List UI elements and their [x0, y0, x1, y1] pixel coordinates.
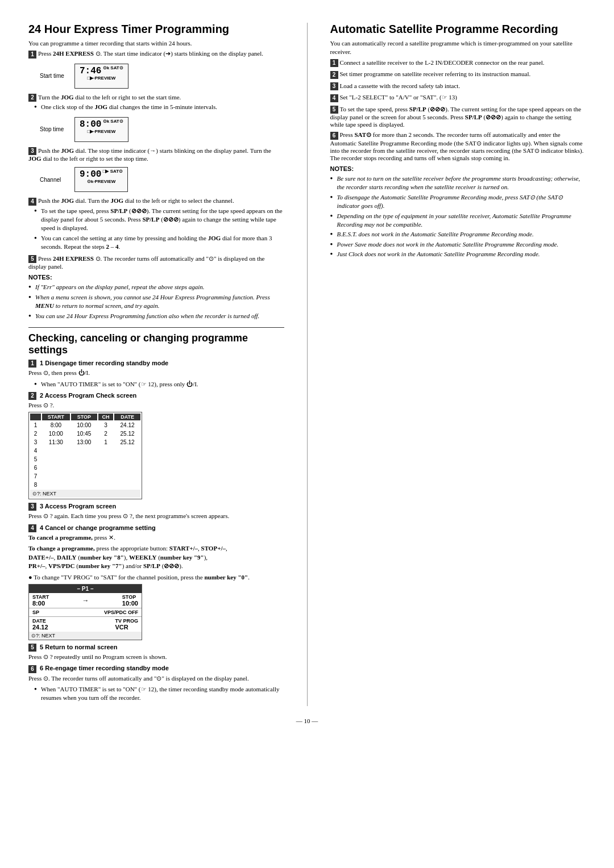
- check-step4-icon: 4: [28, 524, 36, 532]
- sat-step4-block: 4Set "L-2 SELECT" to "A/V" or "SAT". (☞ …: [330, 94, 586, 102]
- timer-table-row: 4: [30, 447, 140, 454]
- section1-note1: If "Err" appears on the display panel, r…: [28, 283, 284, 291]
- timer-row-start: [42, 464, 70, 471]
- timer-row-ch: 2: [98, 430, 113, 437]
- timer-row-num: 5: [30, 456, 41, 463]
- timer-row-start: 8:00: [42, 422, 70, 429]
- timer-row-date: [114, 456, 140, 463]
- start-time-display-wrap: Start time 7:46 ⊙k SAT⊙□▶·PREVIEW: [40, 62, 284, 91]
- step4-text: Push the JOG dial. Turn the JOG dial to …: [38, 197, 234, 204]
- section-right-intro: You can automatically record a satellite…: [330, 39, 586, 57]
- stop-time-display-wrap: Stop time 8:00 ⊙k SAT⊙□▶·PREVIEW: [40, 115, 284, 145]
- start-time-panel: 7:46 ⊙k SAT⊙□▶·PREVIEW: [74, 64, 128, 89]
- stop-time-value: 8:00: [80, 119, 101, 130]
- p1-start-value: 8:00: [32, 600, 49, 607]
- section1-notes-label: NOTES:: [28, 273, 284, 282]
- check-step1-block: 1 1 Disengage timer recording standby mo…: [28, 360, 284, 389]
- sat-notes: Be sure not to turn on the satellite rec…: [330, 174, 586, 259]
- timer-table-row: 5: [30, 456, 140, 463]
- sat-step1-icon: 1: [330, 59, 338, 67]
- sat-note6: Just Clock does not work in the Automati…: [330, 250, 586, 258]
- sat-step2-block: 2Set timer programme on satellite receiv…: [330, 70, 586, 78]
- sat-step3-text: Load a cassette with the record safety t…: [340, 82, 460, 89]
- section1-intro: You can programme a timer recording that…: [28, 39, 284, 48]
- section1-note3: You can use 24 Hour Express Programming …: [28, 312, 284, 320]
- timer-table-row: 1 8:00 10:00 3 24.12: [30, 422, 140, 429]
- page: 24 Hour Express Timer Programming You ca…: [28, 23, 586, 706]
- sat-step6-block: 6Press SAT⊙ for more than 2 seconds. The…: [330, 131, 586, 161]
- sat-step6-text: Press SAT⊙ for more than 2 seconds. The …: [330, 131, 584, 161]
- check-step2-header-text: 2 Access Program Check screen: [40, 392, 136, 399]
- timer-row-num: 4: [30, 447, 41, 454]
- timer-row-stop: 13:00: [71, 439, 97, 446]
- timer-col-date: DATE: [114, 414, 140, 420]
- timer-table-row: 3 11:30 13:00 1 25.12: [30, 439, 140, 446]
- section-right-title: Automatic Satellite Programme Recording: [330, 23, 586, 36]
- p1-date-group: DATE 24.12: [32, 618, 48, 631]
- p1-sp-label: SP: [32, 610, 39, 615]
- sat-step2-icon: 2: [330, 71, 338, 79]
- check-step4-cancel-text: To cancel a programme, press ✕.: [28, 533, 284, 542]
- timer-row-num: 1: [30, 422, 41, 429]
- sat-step3-block: 3Load a cassette with the record safety …: [330, 82, 586, 90]
- sat-step5-text: To set the tape speed, press SP/LP (⊘⊘⊘)…: [330, 106, 582, 128]
- step4-bullet2: You can cancel the setting at any time b…: [34, 234, 284, 252]
- check-step5-header-text: 5 Return to normal screen: [40, 644, 117, 650]
- step5-icon: 5: [28, 255, 36, 263]
- p1-arrow: →: [82, 596, 89, 604]
- step4-block: 4Push the JOG dial. Turn the JOG dial to…: [28, 197, 284, 251]
- sat-note2: To disengage the Automatic Satellite Pro…: [330, 193, 586, 211]
- timer-row-stop: [71, 447, 97, 454]
- stop-time-panel: 8:00 ⊙k SAT⊙□▶·PREVIEW: [74, 117, 128, 142]
- check-step6-icon: 6: [28, 665, 36, 673]
- timer-row-stop: 10:45: [71, 430, 97, 437]
- check-step6-header-text: 6 Re-engage timer recording standby mode: [40, 665, 169, 671]
- timer-table: START STOP CH DATE 1 8:00 10:00 3 24.12 …: [28, 412, 142, 499]
- p1-stop-group: STOP 10:00: [122, 594, 138, 607]
- section1-title: 24 Hour Express Timer Programming: [28, 23, 284, 36]
- check-step4-header-text: 4 Cancel or change programme setting: [40, 524, 156, 531]
- timer-row-ch: 1: [98, 439, 113, 446]
- p1-date-label: DATE: [32, 618, 48, 624]
- check-step6-bullets: When "AUTO TIMER" is set to "ON" (☞ 12),…: [34, 685, 284, 703]
- check-step5-block: 5 5 Return to normal screen Press ⊙ ? re…: [28, 644, 284, 661]
- sat-step6-icon: 6: [330, 132, 338, 140]
- timer-row-start: [42, 456, 70, 463]
- channel-value: 9:00: [80, 169, 101, 180]
- timer-row-ch: [98, 456, 113, 463]
- step1-block: 1Press 24H EXPRESS ⊙. The start time ind…: [28, 50, 284, 58]
- channel-row: Channel 9:00 □▶ SAT⊙⊙k·PREVIEW: [40, 165, 128, 194]
- sat-note1: Be sure not to turn on the satellite rec…: [330, 174, 586, 192]
- p1-date-tvprog-row: DATE 24.12 TV PROG VCR: [29, 617, 142, 632]
- timer-row-ch: [98, 464, 113, 471]
- check-step4-header: 4 4 Cancel or change programme setting: [28, 524, 284, 532]
- section1-notes: If "Err" appears on the display panel, r…: [28, 283, 284, 320]
- section1-note2: When a menu screen is shown, you cannot …: [28, 293, 284, 311]
- p1-vcr-label: VCR: [115, 624, 138, 631]
- p1-start-group: START 8:00: [32, 594, 49, 607]
- stop-time-row: Stop time 8:00 ⊙k SAT⊙□▶·PREVIEW: [40, 115, 128, 144]
- step4-bullet1: To set the tape speed, press SP/LP (⊘⊘⊘)…: [34, 207, 284, 233]
- sat-step1-block: 1Connect a satellite receiver to the L-2…: [330, 59, 586, 67]
- channel-label: Channel: [40, 177, 71, 183]
- step2-block: 2Turn the JOG dial to the left or right …: [28, 94, 284, 112]
- sat-step4-text: Set "L-2 SELECT" to "A/V" or "SAT". (☞ 1…: [340, 94, 458, 101]
- timer-row-start: [42, 473, 70, 480]
- step2-icon: 2: [28, 94, 36, 102]
- check-step2-text: Press ⊙ ?.: [28, 401, 284, 410]
- step4-bullets: To set the tape speed, press SP/LP (⊘⊘⊘)…: [34, 207, 284, 252]
- timer-row-start: [42, 447, 70, 454]
- check-step1-text: Press ⊙, then press ⏻/I.: [28, 369, 284, 377]
- start-time-value: 7:46: [80, 66, 101, 76]
- check-step6-block: 6 6 Re-engage timer recording standby mo…: [28, 665, 284, 702]
- check-step3-text: Press ⊙ ? again. Each time you press ⊙ ?…: [28, 512, 284, 520]
- p1-date-value: 24.12: [32, 624, 48, 631]
- page-number: — 10 —: [28, 717, 586, 724]
- p1-panel: – P1 – START 8:00 → STOP 10:00 SP VPS/PD…: [28, 584, 142, 640]
- check-step5-icon: 5: [28, 644, 36, 652]
- step2-bullet1: One click stop of the JOG dial changes t…: [34, 103, 284, 111]
- right-column: Automatic Satellite Programme Recording …: [330, 23, 586, 706]
- timer-row-start: 10:00: [42, 430, 70, 437]
- timer-row-date: [114, 464, 140, 471]
- timer-row-stop: [71, 464, 97, 471]
